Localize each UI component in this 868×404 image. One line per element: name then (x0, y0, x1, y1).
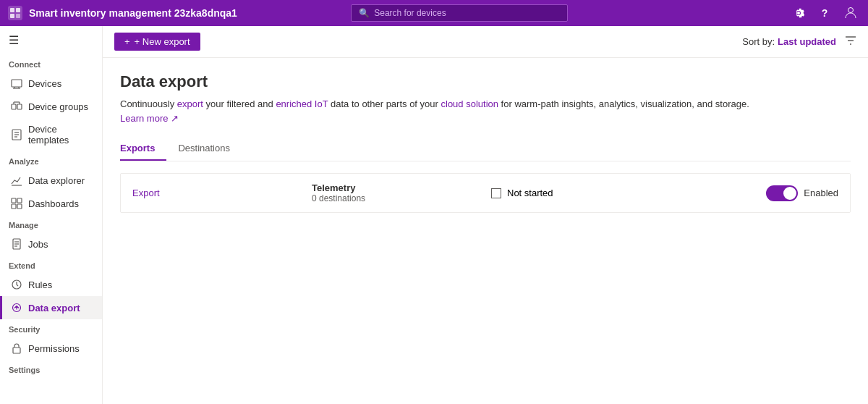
enriched-iot-link[interactable]: enriched IoT (276, 98, 328, 109)
jobs-icon (11, 238, 22, 250)
status-checkbox[interactable] (491, 188, 501, 198)
sidebar-item-jobs[interactable]: Jobs (0, 232, 102, 256)
sidebar-item-data-explorer[interactable]: Data explorer (0, 169, 102, 192)
search-icon: 🔍 (359, 8, 370, 18)
main-layout: ☰ Connect Devices Device groups Device t… (0, 26, 868, 404)
section-security: Security (0, 319, 102, 337)
sort-value[interactable]: Last updated (778, 36, 836, 47)
learn-more-link[interactable]: Learn more ↗ (120, 113, 179, 124)
sidebar-label-data-explorer: Data explorer (28, 175, 85, 186)
new-export-label: + New export (135, 36, 190, 47)
sidebar-item-dashboards[interactable]: Dashboards (0, 192, 102, 215)
status-label: Not started (507, 188, 553, 198)
settings-button[interactable] (788, 3, 809, 23)
data-export-icon (11, 302, 22, 313)
svg-rect-0 (8, 6, 22, 20)
export-status-col: Not started (491, 188, 659, 198)
search-bar[interactable]: 🔍 Search for devices (351, 4, 568, 22)
sidebar-label-devices: Devices (28, 78, 61, 89)
new-export-button[interactable]: + + New export (114, 33, 200, 51)
page-description: Continuously export your filtered and en… (120, 97, 771, 125)
svg-rect-30 (13, 348, 20, 353)
plus-icon: + (124, 36, 130, 47)
sidebar-label-device-groups: Device groups (28, 101, 88, 112)
device-templates-icon (11, 129, 22, 140)
svg-rect-6 (12, 80, 22, 87)
cloud-solution-link[interactable]: cloud solution (441, 98, 499, 109)
sidebar: ☰ Connect Devices Device groups Device t… (0, 26, 103, 404)
export-type-label: Telemetry (312, 182, 480, 193)
svg-rect-1 (10, 8, 14, 12)
user-button[interactable] (841, 3, 861, 23)
svg-rect-3 (10, 14, 14, 18)
sidebar-item-rules[interactable]: Rules (0, 273, 102, 296)
section-connect: Connect (0, 54, 102, 72)
hamburger-button[interactable]: ☰ (0, 26, 102, 54)
app-logo: Smart inventory management 23zka8dnqa1 (7, 5, 237, 21)
svg-rect-23 (17, 204, 22, 209)
user-icon (844, 7, 857, 20)
help-icon: ? (822, 7, 828, 19)
export-type-col: Telemetry 0 destinations (312, 182, 480, 203)
sidebar-label-device-templates: Device templates (28, 124, 93, 146)
export-name-col: Export (132, 188, 300, 198)
toggle-label: Enabled (804, 188, 838, 198)
filter-icon[interactable] (845, 35, 856, 49)
table-row: Export Telemetry 0 destinations Not star… (121, 174, 850, 212)
page-content: Data export Continuously export your fil… (103, 58, 868, 404)
enabled-toggle[interactable] (766, 185, 798, 201)
sidebar-item-devices[interactable]: Devices (0, 72, 102, 95)
svg-rect-4 (16, 14, 20, 18)
export-destinations: 0 destinations (312, 193, 480, 203)
section-analyze: Analyze (0, 151, 102, 169)
page-title: Data export (120, 72, 851, 91)
sidebar-item-permissions[interactable]: Permissions (0, 337, 102, 360)
export-link[interactable]: export (177, 98, 203, 109)
app-name: Smart inventory management 23zka8dnqa1 (29, 7, 237, 19)
svg-point-5 (848, 8, 853, 13)
device-groups-icon (11, 101, 22, 112)
tabs-bar: Exports Destinations (120, 137, 851, 161)
topbar: Smart inventory management 23zka8dnqa1 🔍… (0, 0, 868, 26)
sidebar-label-permissions: Permissions (28, 343, 80, 354)
rules-icon (11, 279, 22, 290)
sidebar-label-jobs: Jobs (28, 239, 48, 250)
main-toolbar: + + New export Sort by: Last updated (103, 26, 868, 58)
dashboards-icon (11, 198, 22, 209)
svg-rect-22 (12, 204, 16, 209)
topbar-actions: ? (788, 3, 861, 23)
svg-rect-11 (17, 104, 22, 109)
export-table: Export Telemetry 0 destinations Not star… (120, 173, 851, 213)
tab-destinations[interactable]: Destinations (178, 137, 242, 161)
toggle-thumb (783, 187, 796, 200)
svg-rect-20 (12, 198, 16, 203)
main-content: + + New export Sort by: Last updated Dat… (103, 26, 868, 404)
sidebar-label-data-export: Data export (28, 303, 80, 313)
sidebar-label-dashboards: Dashboards (28, 198, 79, 209)
settings-icon (793, 7, 804, 19)
section-manage: Manage (0, 215, 102, 232)
svg-rect-10 (12, 104, 16, 109)
tab-exports[interactable]: Exports (120, 137, 166, 161)
sidebar-item-device-groups[interactable]: Device groups (0, 95, 102, 118)
data-explorer-icon (11, 174, 22, 186)
help-button[interactable]: ? (814, 3, 835, 23)
toggle-track (766, 185, 798, 201)
sort-control: Sort by: Last updated (742, 35, 856, 49)
app-logo-icon (7, 5, 23, 21)
sidebar-item-data-export[interactable]: Data export (0, 296, 102, 319)
search-placeholder: Search for devices (374, 8, 446, 18)
sort-by-text: Sort by: (742, 36, 775, 47)
devices-icon (11, 77, 22, 89)
section-extend: Extend (0, 256, 102, 273)
export-toggle-col: Enabled (671, 185, 838, 201)
svg-rect-2 (16, 8, 20, 12)
svg-rect-21 (17, 198, 22, 203)
sidebar-label-rules: Rules (28, 279, 52, 290)
section-settings: Settings (0, 360, 102, 377)
sidebar-item-device-templates[interactable]: Device templates (0, 118, 102, 151)
permissions-icon (11, 342, 22, 354)
export-name-link[interactable]: Export (132, 188, 160, 198)
